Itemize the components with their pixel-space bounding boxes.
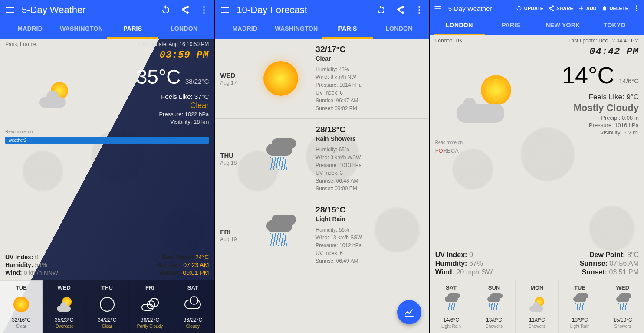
day-row[interactable]: FRIAug 19 28/15°CLight Rain Humidity: 56… (215, 199, 429, 271)
day-list[interactable]: WEDAug 17 32/17°CClear Humidity: 43%Wind… (215, 39, 429, 271)
precip-label: Precip.: 0.08 in (539, 114, 639, 121)
svg-point-5 (418, 12, 420, 14)
svg-point-3 (418, 6, 420, 8)
day-row[interactable]: WEDAug 17 32/17°CClear Humidity: 43%Wind… (215, 39, 429, 119)
stats-right: Dew Point: 24°CSunrise: 07:23 AMSunset: … (157, 254, 209, 276)
add-button[interactable]: ADD (578, 5, 597, 12)
panel-5day-paris: 5-Day Weather MADRIDWASHINGTONPARISLONDO… (0, 0, 214, 333)
pressure-label: Pressure: 1016 hPa (539, 122, 639, 128)
forecast-day[interactable]: WED15/10°CShowers (601, 280, 644, 333)
condition-label: Clear (109, 101, 209, 110)
forecast-strip: TUE32/16°CClearWED35/23°COvercastTHU34/2… (0, 280, 214, 333)
appbar: 10-Day Forecast MADRIDWASHINGTONPARISLON… (215, 0, 429, 39)
readmore-label: Read more on (0, 127, 214, 136)
pressure-label: Pressure: 1022 hPa (109, 111, 209, 118)
last-update-label: Last update: Dec 12 04:41 PM (568, 38, 639, 44)
delete-button[interactable]: DELETE (601, 5, 628, 12)
hilo-temp: 14/6°C (619, 77, 639, 85)
forecast-day[interactable]: TUE32/16°CClear (0, 280, 43, 333)
forecast-day[interactable]: SAT36/22°CCloudy (171, 280, 214, 333)
stats-right: Dew Point: 8°CSunrise: 07:56 AMSunset: 0… (580, 251, 639, 276)
current-weather-icon (455, 75, 516, 123)
tab-london[interactable]: LONDON (434, 16, 485, 35)
svg-point-1 (203, 9, 205, 11)
tab-madrid[interactable]: MADRID (4, 20, 56, 39)
stats-left: UV Index: 0Humidity: 54%Wind: 0 km/h NNW (5, 254, 58, 276)
stats-left: UV Index: 0Humidity: 67%Wind: 20 mph SW (435, 251, 493, 276)
tab-washington[interactable]: WASHINGTON (56, 20, 107, 39)
current-temp: 35°C (136, 65, 181, 88)
tab-washington[interactable]: WASHINGTON (271, 20, 322, 39)
menu-icon[interactable] (219, 4, 230, 16)
share-button[interactable]: SHARE (548, 5, 573, 12)
digital-clock: 03:59 PM (0, 50, 214, 61)
share-icon[interactable] (394, 4, 406, 16)
svg-point-4 (418, 9, 420, 11)
tabs: MADRIDWASHINGTONPARISLONDON (219, 20, 424, 39)
appbar: 5-Day Weather MADRIDWASHINGTONPARISLONDO… (0, 0, 214, 39)
menu-icon[interactable] (4, 4, 16, 16)
location-label: Paris, France. (5, 41, 38, 47)
tab-madrid[interactable]: MADRID (219, 20, 270, 39)
app-title: 5-Day Weather (448, 5, 509, 12)
day-row[interactable]: THUAug 18 28/18°CRain Showers Humidity: … (215, 119, 429, 199)
forecast-day[interactable]: SUN13/8°CShowers (473, 280, 516, 333)
tab-london[interactable]: LONDON (373, 20, 424, 39)
tabs: LONDONPARISNEW YORKTOKYO (434, 16, 641, 35)
share-icon[interactable] (179, 4, 191, 16)
digital-clock: 04:42 PM (430, 46, 644, 57)
forecast-day[interactable]: FRI36/22°CPartly Cloudy (129, 280, 172, 333)
forecast-day[interactable]: WED35/23°COvercast (43, 280, 86, 333)
forecast-day[interactable]: TUE13/9°CLight Rain (559, 280, 601, 333)
update-button[interactable]: UPDATE (516, 5, 543, 12)
visibility-label: Visibility: 6.2 mi (539, 129, 639, 136)
app-title: 10-Day Forecast (237, 4, 369, 16)
current-weather-icon (38, 82, 72, 108)
forecast-strip: SAT14/6°CLight RainSUN13/8°CShowersMON11… (430, 280, 644, 333)
condition-label: Mostly Cloudy (539, 102, 639, 114)
forecast-day[interactable]: MON11/8°CShowers (516, 280, 559, 333)
menu-icon[interactable] (434, 4, 442, 13)
appbar: 5-Day Weather UPDATE SHARE ADD DELETE LO… (430, 0, 644, 35)
feels-like: Feels Like: 9°C (539, 93, 639, 101)
overflow-icon[interactable] (414, 4, 425, 16)
hilo-temp: 38/22°C (185, 78, 209, 85)
provider-link[interactable]: FORECA (435, 147, 639, 154)
tabs: MADRIDWASHINGTONPARISLONDON (4, 20, 210, 39)
panel-10day-paris: 10-Day Forecast MADRIDWASHINGTONPARISLON… (215, 0, 429, 333)
tab-paris[interactable]: PARIS (485, 16, 537, 35)
forecast-day[interactable]: SAT14/6°CLight Rain (430, 280, 473, 333)
forecast-day[interactable]: THU34/22°CClear (86, 280, 129, 333)
overflow-icon[interactable] (198, 4, 210, 16)
svg-point-0 (203, 6, 205, 8)
refresh-icon[interactable] (160, 4, 171, 16)
svg-point-8 (636, 10, 637, 11)
svg-point-2 (203, 12, 205, 14)
tab-tokyo[interactable]: TOKYO (589, 16, 641, 35)
visibility-label: Visibility: 16 km (109, 118, 209, 125)
panel-5day-london: 5-Day Weather UPDATE SHARE ADD DELETE LO… (430, 0, 644, 333)
overflow-icon[interactable] (633, 3, 641, 14)
feels-like: Feels Like: 37°C (109, 93, 209, 100)
tab-paris[interactable]: PARIS (322, 20, 373, 39)
tab-paris[interactable]: PARIS (107, 20, 158, 39)
refresh-icon[interactable] (375, 4, 387, 16)
last-update-label: Last update: Aug 16 10:50 PM (139, 41, 209, 47)
location-label: London, UK. (435, 38, 464, 44)
readmore-label: Read more on (430, 138, 644, 147)
provider-badge[interactable]: weather2 (5, 137, 209, 144)
svg-point-6 (636, 5, 637, 7)
tab-london[interactable]: LONDON (158, 20, 210, 39)
svg-point-7 (636, 8, 637, 9)
tab-new-york[interactable]: NEW YORK (537, 16, 588, 35)
chart-fab[interactable] (397, 300, 421, 324)
app-title: 5-Day Weather (22, 4, 154, 16)
current-temp: 14°C (562, 62, 614, 88)
